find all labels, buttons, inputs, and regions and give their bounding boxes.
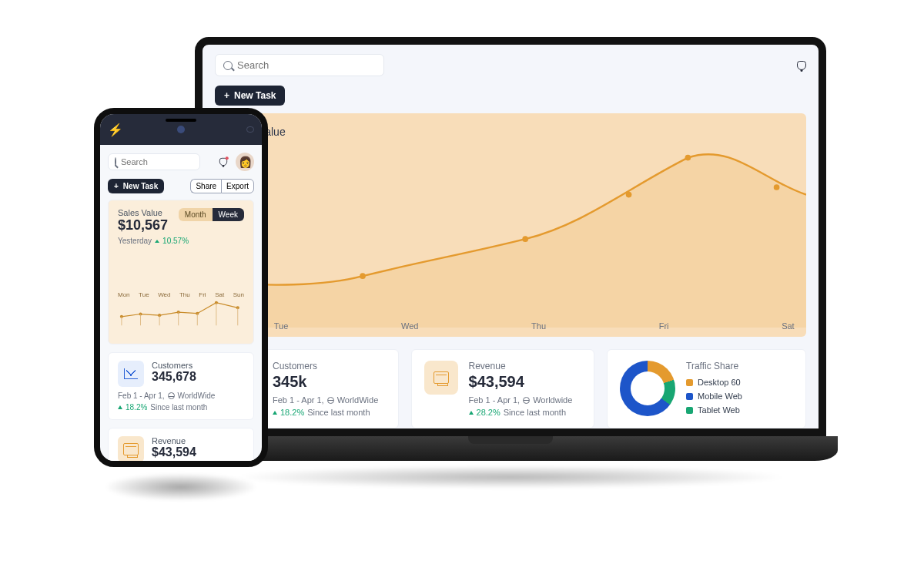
chart-xticks: Tue Wed Thu Fri Sat <box>274 321 795 331</box>
legend-label: Desktop 60 <box>698 378 741 387</box>
globe-icon <box>327 397 334 404</box>
sales-line-svg <box>215 113 806 328</box>
legend-label: Mobile Web <box>698 391 742 401</box>
up-arrow-icon <box>118 405 122 409</box>
card-delta: 18.2% Since last month <box>118 403 244 412</box>
up-arrow-icon <box>469 411 474 415</box>
card-value: $10,567 <box>118 217 168 234</box>
svg-point-3 <box>685 155 691 161</box>
laptop-mockup: + New Task Sales Value Tue Wed Thu Fri S… <box>183 37 838 489</box>
period-segmented: Month Week <box>179 208 244 221</box>
register-icon <box>118 436 144 462</box>
phone-screen: ⚡ 👩 + New Task Share Export <box>94 108 268 467</box>
new-task-label: New Task <box>123 182 158 190</box>
card-title: Revenue <box>152 436 196 445</box>
plus-icon: + <box>114 182 119 190</box>
bolt-icon[interactable]: ⚡ <box>108 123 123 137</box>
stat-value: $43,594 <box>469 373 582 391</box>
traffic-legend: Desktop 60 Mobile Web Tablet Web <box>686 378 793 415</box>
xtick: Sat <box>782 321 795 331</box>
stat-range: Feb 1 - Apr 1,Worldwide <box>469 395 582 405</box>
card-value: 345,678 <box>152 370 196 384</box>
up-arrow-icon <box>155 240 159 243</box>
legend-swatch-icon <box>686 393 693 400</box>
card-range: Feb 1 - Apr 1,WorldWide <box>118 391 244 400</box>
stat-value: 345k <box>273 373 386 391</box>
xtick: Wed <box>401 321 418 331</box>
new-task-label: New Task <box>234 90 276 101</box>
search-input-laptop[interactable] <box>215 54 384 76</box>
new-task-button-laptop[interactable]: + New Task <box>215 86 285 106</box>
card-value: $43,594 <box>152 445 196 459</box>
search-icon <box>223 61 233 70</box>
laptop-screen: + New Task Sales Value Tue Wed Thu Fri S… <box>195 37 826 436</box>
globe-icon <box>523 397 530 404</box>
svg-point-4 <box>774 184 780 190</box>
sales-chart-laptop: Sales Value Tue Wed Thu Fri Sat <box>215 113 806 337</box>
revenue-card-laptop: Revenue $43,594 Feb 1 - Apr 1,Worldwide … <box>411 349 595 428</box>
svg-point-0 <box>360 273 366 279</box>
stat-range: Feb 1 - Apr 1,WorldWide <box>273 395 386 405</box>
export-button[interactable]: Export <box>221 179 254 193</box>
share-button[interactable]: Share <box>190 179 221 193</box>
plus-icon: + <box>224 90 229 101</box>
search-input-phone[interactable] <box>108 153 200 170</box>
seg-month[interactable]: Month <box>179 208 213 221</box>
register-icon <box>424 361 458 395</box>
stat-title: Customers <box>273 361 386 371</box>
xtick: Fri <box>659 321 669 331</box>
legend-swatch-icon <box>686 407 693 414</box>
svg-point-2 <box>626 192 632 198</box>
sales-mini-chart: MonTue WedThu FriSat Sun <box>118 291 244 336</box>
stat-title: Traffic Share <box>686 361 793 371</box>
traffic-card-laptop: Traffic Share Desktop 60 Mobile Web Tabl… <box>607 349 806 428</box>
xtick: Tue <box>274 321 289 331</box>
card-title: Sales Value <box>118 208 168 217</box>
chart-icon <box>118 361 144 387</box>
avatar[interactable]: 👩 <box>236 153 254 171</box>
card-title: Customers <box>152 361 196 370</box>
traffic-donut-icon <box>620 361 675 416</box>
phone-shadow <box>104 473 258 501</box>
sales-card-phone: Sales Value $10,567 Month Week Yesterday… <box>108 200 254 344</box>
phone-mockup: ⚡ 👩 + New Task Share Export <box>94 108 268 501</box>
share-export-group: Share Export <box>190 179 254 193</box>
svg-point-1 <box>522 236 528 242</box>
search-field-laptop[interactable] <box>237 59 376 71</box>
search-icon <box>115 157 116 166</box>
laptop-base <box>183 436 838 461</box>
globe-icon <box>168 392 175 399</box>
brand-dot-icon <box>177 126 185 133</box>
notification-dot-icon <box>226 156 229 160</box>
stat-delta: 18.2% Since last month <box>273 408 386 417</box>
bell-icon[interactable] <box>219 158 227 166</box>
stat-delta: 28.2% Since last month <box>469 408 582 417</box>
stat-title: Revenue <box>469 361 582 371</box>
customers-card-phone: Customers 345,678 Feb 1 - Apr 1,WorldWid… <box>108 352 254 420</box>
seg-week[interactable]: Week <box>213 208 244 221</box>
legend-swatch-icon <box>686 379 693 386</box>
bell-icon[interactable] <box>797 61 806 70</box>
card-sub: Yesterday 10.57% <box>118 237 244 245</box>
search-field-phone[interactable] <box>121 157 227 166</box>
revenue-card-phone: Revenue $43,594 Feb 1 - Apr 1,Worldwide … <box>108 428 254 467</box>
menu-button[interactable] <box>246 126 254 133</box>
new-task-button-phone[interactable]: + New Task <box>108 179 164 193</box>
up-arrow-icon <box>273 411 277 415</box>
xtick: Thu <box>531 321 546 331</box>
phone-speaker <box>166 119 196 122</box>
laptop-shadow <box>233 465 788 489</box>
legend-label: Tablet Web <box>698 405 740 415</box>
